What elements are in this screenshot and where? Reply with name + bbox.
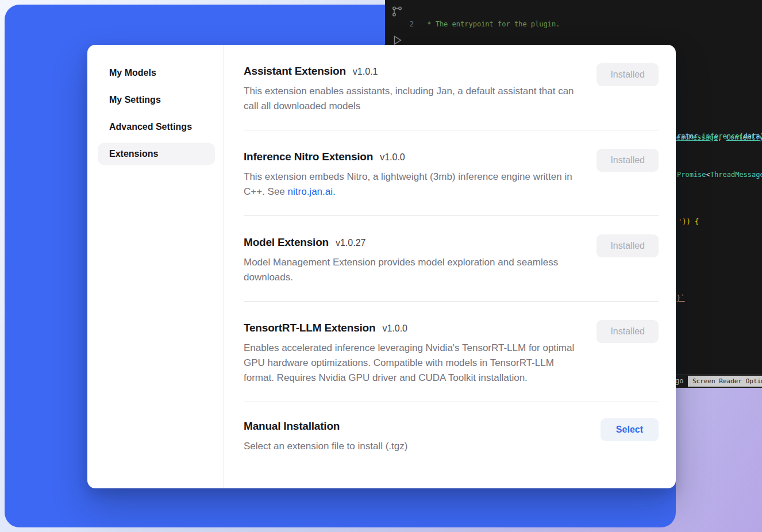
extension-description: Model Management Extension provides mode… <box>244 255 579 285</box>
extension-description: Enables accelerated inference leveraging… <box>244 341 579 385</box>
installed-button[interactable]: Installed <box>596 63 659 86</box>
installed-button[interactable]: Installed <box>596 234 659 257</box>
extension-version: v1.0.0 <box>380 152 405 163</box>
manual-installation-title: Manual Installation <box>244 418 340 434</box>
extension-row-tensorrt: TensortRT-LLM Extension v1.0.0 Enables a… <box>244 302 659 402</box>
extension-description: This extension enables assistants, inclu… <box>244 84 579 114</box>
extension-title-line: Assistant Extension v1.0.1 <box>244 63 579 79</box>
installed-button[interactable]: Installed <box>596 149 659 172</box>
extension-title: Assistant Extension <box>244 63 346 79</box>
extension-title: Model Extension <box>244 234 329 250</box>
extension-title-line: TensortRT-LLM Extension v1.0.0 <box>244 320 579 336</box>
extension-title-line: Manual Installation <box>244 418 407 434</box>
extension-info: Model Extension v1.0.27 Model Management… <box>244 234 579 285</box>
source-control-icon[interactable] <box>390 5 404 18</box>
manual-installation-description: Select an extension file to install (.tg… <box>244 439 407 454</box>
code-fragment: Promise<ThreadMessage> <box>677 170 762 179</box>
manual-installation-row: Manual Installation Select an extension … <box>244 402 659 454</box>
sidebar-item-my-models[interactable]: My Models <box>98 62 215 84</box>
extension-info: TensortRT-LLM Extension v1.0.0 Enables a… <box>244 320 579 385</box>
language-indicator[interactable]: go <box>675 377 683 385</box>
extension-info: Manual Installation Select an extension … <box>244 418 407 454</box>
extension-row-nitro: Inference Nitro Extension v1.0.0 This ex… <box>244 130 659 216</box>
settings-modal: My Models My Settings Advanced Settings … <box>87 45 676 488</box>
settings-sidebar: My Models My Settings Advanced Settings … <box>87 45 224 488</box>
code-fragment: rator.inference(data)); <box>677 132 762 141</box>
extension-row-model: Model Extension v1.0.27 Model Management… <box>244 216 659 302</box>
extension-description: This extension embeds Nitro, a lightweig… <box>244 169 579 199</box>
extension-info: Assistant Extension v1.0.1 This extensio… <box>244 63 579 114</box>
sidebar-item-my-settings[interactable]: My Settings <box>98 89 215 111</box>
code-line: 2 * The entrypoint for the plugin. <box>406 20 762 29</box>
screen-reader-chip[interactable]: Screen Reader Optimized <box>688 376 762 387</box>
extension-version: v1.0.0 <box>382 323 407 334</box>
extension-version: v1.0.27 <box>336 238 365 248</box>
activity-bar <box>388 5 406 47</box>
code-fragment: ')) { <box>678 217 699 226</box>
extensions-list: Assistant Extension v1.0.1 This extensio… <box>224 45 676 488</box>
installed-button[interactable]: Installed <box>596 320 659 343</box>
sidebar-item-extensions[interactable]: Extensions <box>98 143 215 165</box>
extension-version: v1.0.1 <box>353 67 378 77</box>
extension-info: Inference Nitro Extension v1.0.0 This ex… <box>244 149 579 199</box>
extension-row-assistant: Assistant Extension v1.0.1 This extensio… <box>244 45 659 130</box>
select-file-button[interactable]: Select <box>601 418 659 441</box>
sidebar-item-advanced-settings[interactable]: Advanced Settings <box>98 116 215 138</box>
code-text: * The entrypoint for the plugin. <box>423 20 560 29</box>
extension-title: TensortRT-LLM Extension <box>244 320 375 336</box>
extension-title: Inference Nitro Extension <box>244 149 373 164</box>
extension-title-line: Model Extension v1.0.27 <box>244 234 579 250</box>
nitro-jan-ai-link[interactable]: nitro.jan.ai. <box>288 186 336 197</box>
line-number: 2 <box>406 20 423 29</box>
extension-title-line: Inference Nitro Extension v1.0.0 <box>244 149 579 164</box>
